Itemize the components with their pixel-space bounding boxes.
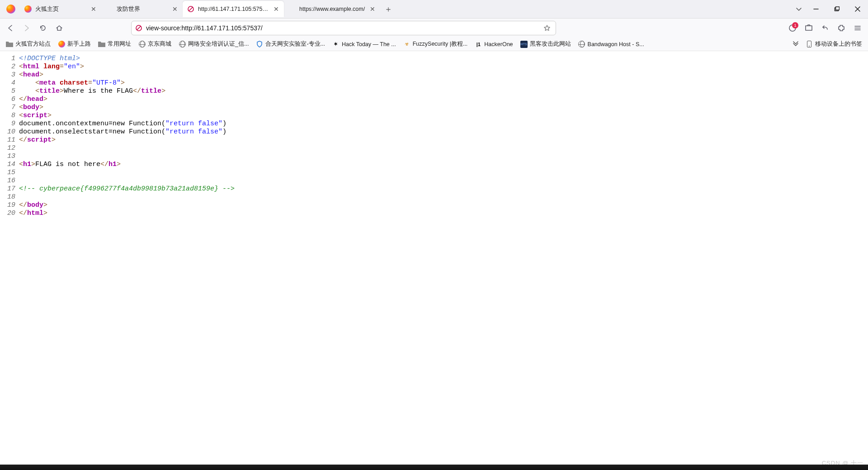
bookmark-label: FuzzySecurity |教程... <box>413 40 468 48</box>
page-icon <box>106 5 113 13</box>
bookmark-item[interactable]: ✶Hack Today — The ... <box>329 38 399 50</box>
tab-adworld[interactable]: 攻防世界 ✕ <box>101 1 183 17</box>
reload-button[interactable] <box>35 20 51 36</box>
bookmark-label: 网络安全培训认证_信... <box>188 40 249 48</box>
mobile-icon <box>806 41 813 48</box>
shield-icon <box>256 41 263 48</box>
close-icon[interactable]: ✕ <box>368 5 377 13</box>
forward-button[interactable] <box>19 20 34 36</box>
bookmark-label: 常用网址 <box>108 40 131 48</box>
code-line: </head> <box>18 95 868 104</box>
code-line <box>18 144 868 152</box>
tab-example[interactable]: https://www.example.com/ ✕ <box>284 1 380 17</box>
svg-rect-4 <box>836 7 840 10</box>
firefox-icon <box>24 5 32 13</box>
line-number: 13 <box>0 152 18 161</box>
code-line: </html> <box>18 209 868 218</box>
tab-title: https://www.example.com/ <box>299 6 365 12</box>
code-line <box>18 169 868 177</box>
bookmark-item[interactable]: 新手上路 <box>55 38 94 50</box>
code-line: <body> <box>18 104 868 112</box>
line-number: 9 <box>0 120 18 128</box>
site-identity-icon[interactable] <box>135 24 142 32</box>
extensions-button[interactable] <box>834 20 849 36</box>
close-window-button[interactable] <box>847 0 868 18</box>
globe-icon <box>138 41 146 48</box>
code-line: <head> <box>18 71 868 79</box>
folder-icon <box>98 41 105 48</box>
line-number: 20 <box>0 209 18 218</box>
asterisk-icon: ✶ <box>332 41 340 48</box>
code-line: <h1>FLAG is not here</h1> <box>18 161 868 169</box>
bookmarks-overflow-button[interactable] <box>790 38 802 50</box>
navigation-toolbar: view-source:http://61.147.171.105:57537/… <box>0 19 868 38</box>
close-icon[interactable]: ✕ <box>90 5 98 13</box>
notification-badge: 1 <box>792 22 798 28</box>
os-taskbar <box>0 465 868 470</box>
bookmark-label: 移动设备上的书签 <box>815 40 862 48</box>
globe-icon <box>179 41 186 48</box>
bookmark-item[interactable]: ☣FuzzySecurity |教程... <box>400 38 471 50</box>
code-line: <title>Where is the FLAG</title> <box>18 87 868 95</box>
tab-title: http://61.147.171.105:57537/ <box>198 6 269 12</box>
code-line: </body> <box>18 201 868 209</box>
screenshot-button[interactable] <box>801 20 816 36</box>
bookmark-label: 火狐官方站点 <box>15 40 51 48</box>
bookmark-star-icon[interactable] <box>542 23 552 33</box>
close-icon[interactable]: ✕ <box>171 5 179 13</box>
page-icon <box>288 5 296 13</box>
line-number: 4 <box>0 79 18 87</box>
bookmark-label: Bandwagon Host - S... <box>588 41 644 47</box>
tab-view-source[interactable]: http://61.147.171.105:57537/ ✕ <box>183 1 284 17</box>
line-number: 18 <box>0 193 18 201</box>
code-line: <html lang="en"> <box>18 63 868 71</box>
firefox-app-icon <box>4 2 18 16</box>
app-menu-button[interactable] <box>850 20 865 36</box>
code-line: <script> <box>18 112 868 120</box>
bookmark-item[interactable]: Bandwagon Host - S... <box>575 38 647 50</box>
tab-title: 火狐主页 <box>35 5 86 13</box>
minimize-button[interactable] <box>806 0 826 18</box>
bookmark-item[interactable]: 合天网安实验室-专业... <box>253 38 328 50</box>
code-line: <meta charset="UTF-8"> <box>18 79 868 87</box>
line-number: 12 <box>0 144 18 152</box>
bookmark-item[interactable]: |1HackerOne <box>472 38 516 50</box>
bookmark-item[interactable]: 常用网址 <box>95 38 134 50</box>
line-number: 5 <box>0 87 18 95</box>
url-text: view-source:http://61.147.171.105:57537/ <box>146 24 538 32</box>
bookmark-label: 新手上路 <box>67 40 91 48</box>
home-button[interactable] <box>52 20 67 36</box>
line-number: 10 <box>0 128 18 136</box>
tab-strip: 火狐主页 ✕ 攻防世界 ✕ http://61.147.171.105:5753… <box>0 0 868 19</box>
globe-icon <box>578 41 585 48</box>
line-number: 2 <box>0 63 18 71</box>
maximize-button[interactable] <box>826 0 847 18</box>
window-controls <box>806 0 868 18</box>
line-number: 3 <box>0 71 18 79</box>
close-icon[interactable]: ✕ <box>272 5 280 13</box>
back-button[interactable] <box>3 20 18 36</box>
line-number: 17 <box>0 185 18 193</box>
code-line: document.onselectstart=new Function("ret… <box>18 128 868 136</box>
source-view: 1<!DOCTYPE html> 2<html lang="en"> 3<hea… <box>0 51 868 218</box>
bookmark-item[interactable]: 京东商城 <box>135 38 175 50</box>
line-number: 6 <box>0 95 18 104</box>
bookmark-item[interactable]: 网络安全培训认证_信... <box>175 38 252 50</box>
bookmark-label: 京东商城 <box>148 40 171 48</box>
tab-firefox-home[interactable]: 火狐主页 ✕ <box>20 1 101 17</box>
blocked-icon <box>187 5 194 13</box>
tab-list-dropdown[interactable] <box>792 2 806 16</box>
line-number: 11 <box>0 136 18 144</box>
bookmark-mobile[interactable]: 移动设备上的书签 <box>802 38 865 50</box>
address-bar[interactable]: view-source:http://61.147.171.105:57537/ <box>131 21 556 35</box>
bookmark-label: Hack Today — The ... <box>342 41 396 47</box>
code-line: <!DOCTYPE html> <box>18 55 868 63</box>
undo-button[interactable] <box>817 20 833 36</box>
new-tab-button[interactable]: ＋ <box>382 3 395 15</box>
bookmark-item[interactable]: HTS黑客攻击此网站 <box>517 38 574 50</box>
notifications-button[interactable]: 1 <box>785 20 800 36</box>
hackerone-icon: |1 <box>475 41 482 48</box>
bookmark-item[interactable]: 火狐官方站点 <box>3 38 54 50</box>
bookmark-label: 合天网安实验室-专业... <box>265 40 325 48</box>
code-line: </script> <box>18 136 868 144</box>
